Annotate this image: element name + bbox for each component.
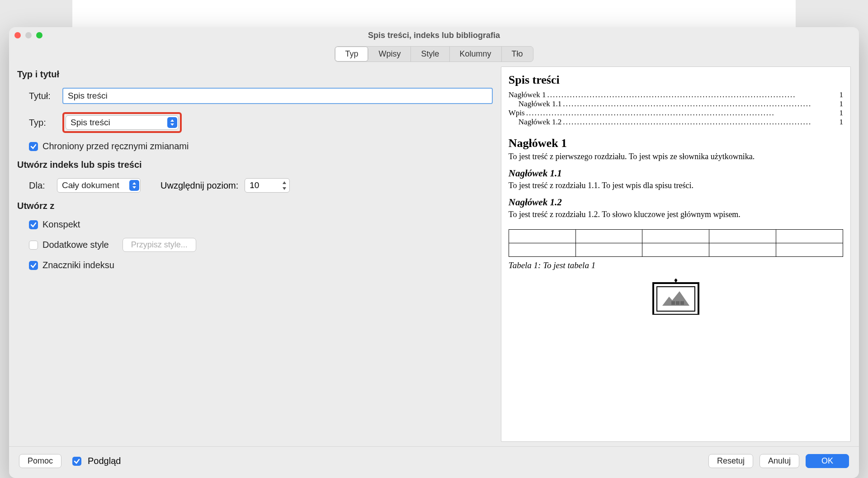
- include-level-group: Uwzględnij poziom: 10: [160, 178, 290, 193]
- section-type-and-title: Typ i tytuł: [17, 69, 493, 80]
- tab-typ[interactable]: Typ: [335, 47, 368, 62]
- preview-heading-1: Nagłówek 1: [509, 137, 843, 150]
- protect-checkbox-label: Chroniony przed ręcznymi zmianami: [42, 141, 189, 151]
- additional-styles-row: Dodatkowe style Przypisz style...: [17, 238, 493, 252]
- type-field-row: Typ: Spis treści: [17, 112, 493, 133]
- index-marks-label: Znaczniki indeksu: [42, 260, 114, 270]
- chevron-updown-icon: [167, 117, 177, 128]
- preview-paragraph: To jest treść z rozdziału 1.2. To słowo …: [509, 210, 843, 219]
- reset-button[interactable]: Resetuj: [708, 454, 753, 468]
- preview-toc-line: Nagłówek 1.2 ...........................…: [509, 118, 843, 127]
- index-marks-row: Znaczniki indeksu: [17, 260, 493, 270]
- tab-bar: Typ Wpisy Style Kolumny Tło: [335, 46, 533, 62]
- preview-heading-1-1: Nagłówek 1.1: [509, 168, 843, 179]
- additional-styles-checkbox[interactable]: [29, 241, 38, 250]
- type-select-highlight: Spis treści: [62, 112, 182, 133]
- tab-kolumny[interactable]: Kolumny: [450, 47, 502, 62]
- dialog-footer: Pomoc Podgląd Resetuj Anuluj OK: [9, 446, 859, 478]
- preview-table: [509, 229, 843, 257]
- form-column: Typ i tytuł Tytuł: Typ: Spis treści: [17, 66, 493, 442]
- for-select[interactable]: Cały dokument: [57, 178, 141, 193]
- dialog-title: Spis treści, indeks lub bibliografia: [9, 31, 859, 40]
- preview-toc-line: Wpis ...................................…: [509, 109, 843, 118]
- cancel-button[interactable]: Anuluj: [760, 454, 799, 468]
- preview-image-placeholder: [509, 279, 843, 315]
- section-create-index: Utwórz indeks lub spis treści: [17, 160, 493, 170]
- title-input[interactable]: [62, 88, 493, 104]
- chevron-updown-icon: [129, 180, 139, 191]
- protect-checkbox[interactable]: [29, 142, 38, 151]
- outline-checkbox-row: Konspekt: [17, 219, 493, 230]
- outline-checkbox-label: Konspekt: [42, 219, 80, 230]
- tab-style[interactable]: Style: [411, 47, 449, 62]
- toc-dialog: Spis treści, indeks lub bibliografia Typ…: [9, 27, 859, 478]
- preview-paragraph: To jest treść z pierwszego rozdziału. To…: [509, 152, 843, 161]
- preview-heading-1-2: Nagłówek 1.2: [509, 197, 843, 208]
- svg-rect-4: [671, 301, 675, 305]
- svg-rect-6: [680, 301, 684, 305]
- footer-left-group: Pomoc Podgląd: [19, 454, 121, 468]
- include-level-spinner[interactable]: 10: [245, 178, 290, 193]
- footer-right-group: Resetuj Anuluj OK: [708, 454, 849, 468]
- index-marks-checkbox[interactable]: [29, 261, 38, 270]
- tabs-row: Typ Wpisy Style Kolumny Tło: [9, 43, 859, 66]
- dialog-body: Typ i tytuł Tytuł: Typ: Spis treści: [9, 66, 859, 446]
- preview-toggle-group: Podgląd: [72, 456, 121, 466]
- type-select-value: Spis treści: [71, 118, 110, 128]
- spinner-down-button[interactable]: [280, 185, 288, 191]
- help-button[interactable]: Pomoc: [19, 454, 61, 468]
- svg-point-1: [675, 279, 677, 282]
- tab-tlo[interactable]: Tło: [502, 47, 533, 62]
- spinner-buttons: [280, 180, 288, 191]
- type-label: Typ:: [29, 118, 56, 128]
- dialog-titlebar: Spis treści, indeks lub bibliografia: [9, 27, 859, 43]
- preview-toc-title: Spis treści: [509, 73, 843, 87]
- section-create-from: Utwórz z: [17, 201, 493, 211]
- preview-paragraph: To jest treść z rozdziału 1.1. To jest w…: [509, 181, 843, 190]
- protect-checkbox-row: Chroniony przed ręcznymi zmianami: [17, 141, 493, 151]
- preview-toc-line: Nagłówek 1.1 ...........................…: [509, 99, 843, 109]
- ok-button[interactable]: OK: [806, 454, 849, 468]
- svg-rect-5: [676, 301, 679, 305]
- preview-toggle-checkbox[interactable]: [72, 457, 81, 466]
- preview-toggle-label: Podgląd: [88, 456, 121, 466]
- preview-table-caption: Tabela 1: To jest tabela 1: [509, 260, 843, 270]
- preview-toc-line: Nagłówek 1 .............................…: [509, 90, 843, 99]
- include-level-label: Uwzględnij poziom:: [160, 180, 238, 191]
- for-select-value: Cały dokument: [62, 180, 119, 190]
- type-select[interactable]: Spis treści: [66, 115, 179, 130]
- outline-checkbox[interactable]: [29, 220, 38, 229]
- additional-styles-label: Dodatkowe style: [42, 240, 109, 250]
- tab-wpisy[interactable]: Wpisy: [368, 47, 411, 62]
- preview-pane: Spis treści Nagłówek 1 .................…: [501, 66, 851, 442]
- for-row: Dla: Cały dokument Uwzględnij poziom: 10: [17, 178, 493, 193]
- spinner-up-button[interactable]: [280, 180, 288, 185]
- title-label: Tytuł:: [29, 91, 56, 101]
- title-field-row: Tytuł:: [17, 88, 493, 104]
- assign-styles-button[interactable]: Przypisz style...: [123, 238, 196, 252]
- for-label: Dla:: [29, 180, 51, 191]
- include-level-value: 10: [250, 180, 259, 190]
